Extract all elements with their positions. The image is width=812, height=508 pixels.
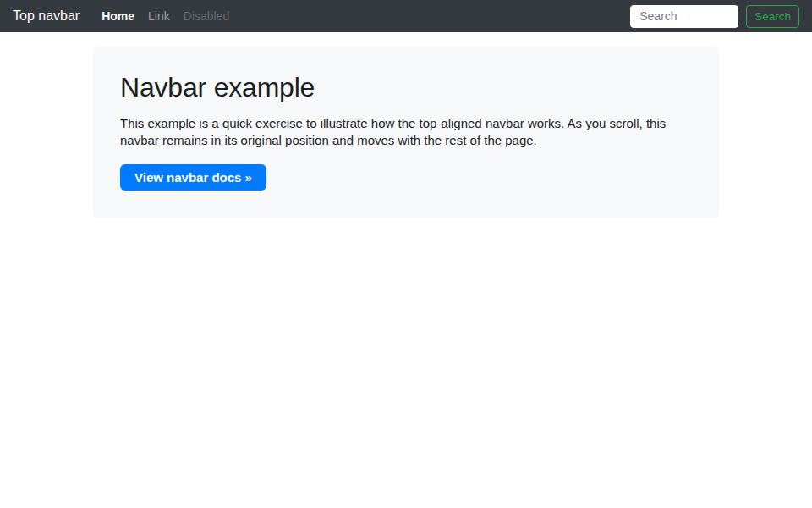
view-navbar-docs-button[interactable]: View navbar docs » [120,164,266,190]
jumbotron: Navbar example This example is a quick e… [93,47,719,218]
nav-item-link-wrap: Link [141,6,177,26]
nav-item-disabled-wrap: Disabled [177,6,236,26]
search-input[interactable] [630,5,738,28]
nav-item-disabled: Disabled [177,6,236,26]
search-button[interactable]: Search [746,5,799,28]
top-navbar: Top navbar Home Link Disabled Search [0,0,812,32]
search-form: Search [630,5,799,28]
nav-item-link[interactable]: Link [141,6,177,26]
page-title: Navbar example [120,72,692,103]
navbar-brand[interactable]: Top navbar [13,8,80,24]
page-description: This example is a quick exercise to illu… [120,115,692,149]
nav-item-home[interactable]: Home [95,6,141,26]
nav-item-home-wrap: Home [95,6,141,26]
navbar-nav: Home Link Disabled [95,0,236,32]
